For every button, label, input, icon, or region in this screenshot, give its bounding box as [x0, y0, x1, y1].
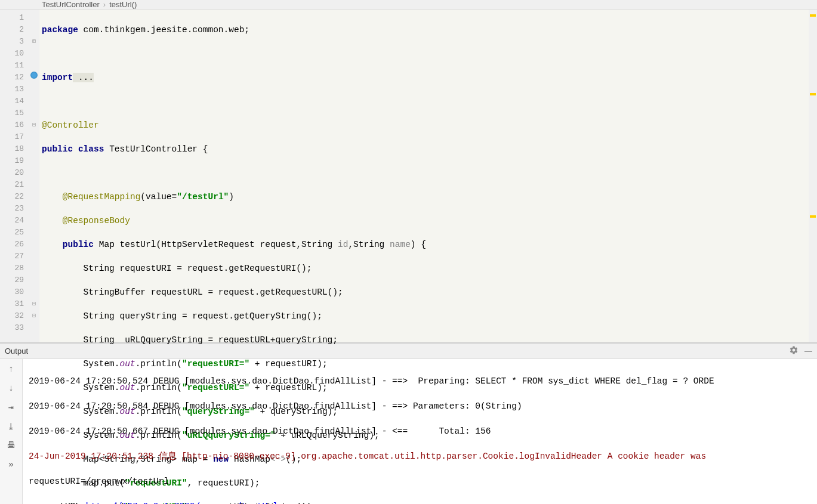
- output-content[interactable]: 2019-06-24 17:20:50,524 DEBUG [modules.s…: [23, 359, 817, 504]
- code-content[interactable]: package com.thinkgem.jeesite.common.web;…: [39, 10, 809, 342]
- log-line: 2019-06-24 17:20:50,524 DEBUG [modules.s…: [29, 375, 811, 388]
- log-line: requestURI=/greenwx/testUrl: [29, 475, 811, 488]
- more-icon[interactable]: »: [5, 458, 18, 471]
- output-title: Output: [5, 347, 28, 355]
- scroll-to-end-icon[interactable]: ⤓: [5, 420, 18, 433]
- log-line: 2019-06-24 17:20:50,584 DEBUG [modules.s…: [29, 400, 811, 413]
- output-link[interactable]: http://127.0.0.1:8080/greenwx/testUrl: [86, 502, 278, 504]
- fold-icon[interactable]: ⊞: [29, 36, 39, 48]
- breadcrumb-method[interactable]: testUrl(): [109, 0, 137, 9]
- breadcrumb-separator: ›: [103, 0, 106, 9]
- fold-icon[interactable]: ⊟: [29, 298, 39, 310]
- log-line-info: 24-Jun-2019 17:20:51.238 信息 [http-nio-80…: [29, 450, 811, 463]
- gutter-icons: ⊞ ⊟ ⊟ ⊟: [29, 10, 39, 342]
- output-sidebar: ↑ ↓ ⇥ ⤓ 🖶 »: [0, 359, 23, 504]
- breadcrumb-class[interactable]: TestUrlController: [42, 0, 100, 9]
- error-stripe[interactable]: [809, 10, 817, 342]
- output-panel: Output — ↑ ↓ ⇥ ⤓ 🖶 » 2019-06-24 17:20:50…: [0, 343, 817, 504]
- fold-icon[interactable]: ⊟: [29, 310, 39, 322]
- scroll-up-icon[interactable]: ↑: [5, 363, 18, 376]
- soft-wrap-icon[interactable]: ⇥: [5, 401, 18, 414]
- breadcrumb: TestUrlController › testUrl(): [0, 0, 817, 9]
- fold-icon[interactable]: ⊟: [29, 119, 39, 131]
- scroll-down-icon[interactable]: ↓: [5, 382, 18, 395]
- log-line: requestURL=http://127.0.0.1:8080/greenwx…: [29, 500, 811, 504]
- line-number-gutter: 1 2 3 10 11 12 13 14 15 16 17 18 19 20 2…: [0, 10, 29, 342]
- code-editor[interactable]: 1 2 3 10 11 12 13 14 15 16 17 18 19 20 2…: [0, 9, 817, 343]
- web-icon: [29, 72, 39, 84]
- log-line: 2019-06-24 17:20:50,667 DEBUG [modules.s…: [29, 425, 811, 438]
- print-icon[interactable]: 🖶: [5, 439, 18, 452]
